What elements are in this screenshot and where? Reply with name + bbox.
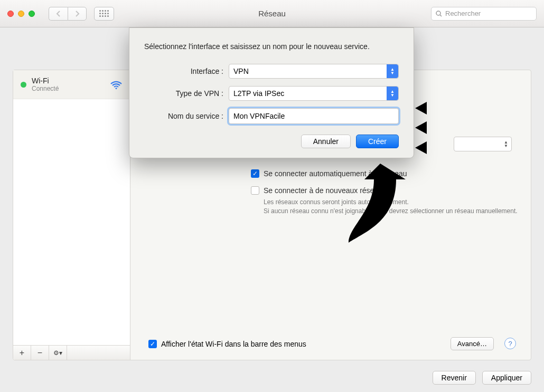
- location-select[interactable]: ▲▼: [454, 137, 512, 151]
- vpn-type-value: L2TP via IPSec: [233, 89, 284, 98]
- footer-buttons: Revenir Appliquer: [433, 371, 531, 385]
- chevron-right-icon: [74, 11, 80, 17]
- help-button[interactable]: ?: [504, 338, 516, 349]
- interface-select[interactable]: VPN ▲▼: [229, 64, 399, 79]
- search-placeholder: Rechercher: [445, 9, 481, 17]
- service-actions-button[interactable]: ⚙︎▾: [49, 346, 67, 360]
- sidebar-toolbar-spacer: [67, 346, 130, 360]
- cancel-button[interactable]: Annuler: [301, 135, 351, 148]
- annotation-pointer-icon: [415, 121, 429, 134]
- service-name-input[interactable]: [229, 108, 399, 124]
- vpn-type-select[interactable]: L2TP via IPSec ▲▼: [229, 86, 399, 101]
- service-name-row: Nom du service :: [144, 108, 399, 124]
- sidebar-item-wifi[interactable]: Wi-Fi Connecté: [13, 70, 130, 99]
- chevron-left-icon: [56, 11, 61, 17]
- service-name-label: Nom du service :: [144, 112, 223, 120]
- zoom-window-button[interactable]: [29, 11, 35, 17]
- service-name: Wi-Fi: [32, 77, 105, 85]
- service-status: Connecté: [32, 85, 105, 92]
- service-text: Wi-Fi Connecté: [32, 77, 105, 92]
- show-wifi-checkbox[interactable]: ✓: [148, 340, 157, 348]
- minimize-window-button[interactable]: [18, 11, 24, 17]
- annotation-pointer-icon: [415, 102, 429, 114]
- search-icon: [436, 11, 442, 17]
- apply-button[interactable]: Appliquer: [482, 371, 531, 385]
- interface-label: Interface :: [144, 67, 223, 75]
- status-dot-icon: [21, 82, 26, 88]
- svg-line-1: [440, 15, 442, 16]
- show-wifi-row: ✓ Afficher l'état Wi-Fi dans la barre de…: [148, 340, 306, 348]
- search-input[interactable]: Rechercher: [431, 7, 537, 21]
- sheet-prompt: Sélectionnez l'interface et saisissez un…: [144, 42, 399, 52]
- sidebar-toolbar: + − ⚙︎▾: [13, 345, 130, 360]
- new-service-sheet: Sélectionnez l'interface et saisissez un…: [129, 27, 414, 158]
- interface-value: VPN: [233, 67, 249, 75]
- auto-connect-checkbox[interactable]: ✓: [251, 169, 259, 178]
- svg-marker-5: [415, 141, 427, 154]
- show-wifi-label: Afficher l'état Wi-Fi dans la barre des …: [161, 340, 306, 348]
- stepper-icon: ▲▼: [504, 140, 508, 148]
- services-sidebar: Wi-Fi Connecté + − ⚙︎▾: [13, 70, 130, 360]
- advanced-button[interactable]: Avancé…: [451, 337, 494, 350]
- annotation-curved-arrow-icon: [343, 153, 417, 250]
- window-title: Réseau: [258, 9, 286, 18]
- svg-point-0: [436, 11, 440, 15]
- svg-point-2: [116, 88, 117, 89]
- forward-button[interactable]: [68, 7, 87, 21]
- titlebar: Réseau Rechercher: [0, 0, 544, 27]
- sheet-buttons: Annuler Créer: [144, 135, 399, 148]
- create-button[interactable]: Créer: [356, 135, 399, 148]
- vpn-type-label: Type de VPN :: [144, 89, 223, 98]
- nav-buttons: [49, 7, 87, 21]
- grid-icon: [99, 10, 109, 17]
- remove-service-button[interactable]: −: [31, 346, 49, 360]
- select-arrows-icon: ▲▼: [387, 64, 398, 78]
- add-service-button[interactable]: +: [13, 346, 31, 360]
- svg-marker-4: [415, 121, 427, 134]
- vpn-type-row: Type de VPN : L2TP via IPSec ▲▼: [144, 86, 399, 101]
- wifi-icon: [110, 80, 123, 89]
- show-all-prefs-button[interactable]: [94, 7, 114, 21]
- select-arrows-icon: ▲▼: [387, 87, 398, 100]
- back-button[interactable]: [49, 7, 68, 21]
- interface-row: Interface : VPN ▲▼: [144, 64, 399, 79]
- traffic-lights: [7, 11, 35, 17]
- new-networks-checkbox[interactable]: [251, 186, 259, 195]
- svg-marker-3: [415, 102, 427, 114]
- revert-button[interactable]: Revenir: [433, 371, 476, 385]
- sidebar-empty-area: [13, 99, 130, 345]
- annotation-pointer-icon: [415, 141, 429, 154]
- close-window-button[interactable]: [7, 11, 14, 17]
